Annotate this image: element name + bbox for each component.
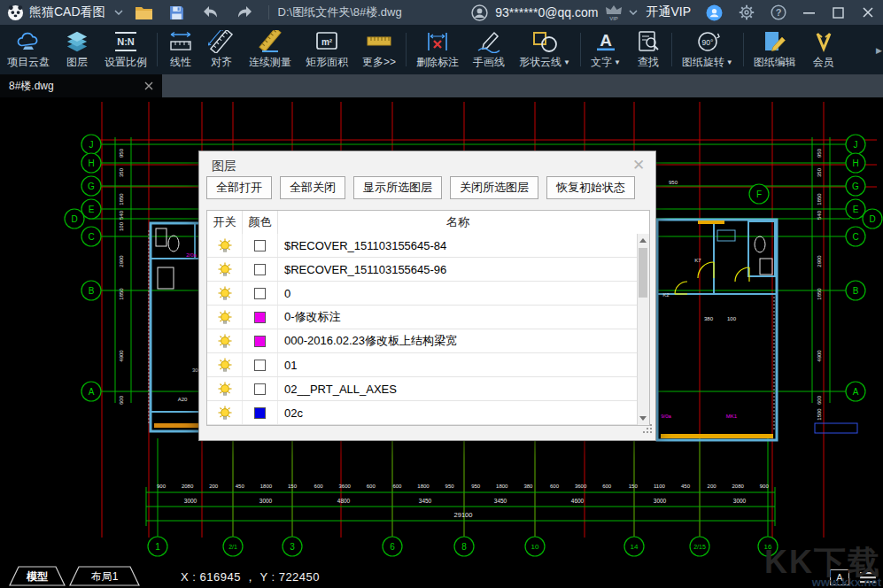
tab-close-icon[interactable]: [144, 81, 153, 90]
layer-on-bulb-icon[interactable]: [207, 282, 243, 305]
app-title: 熊猫CAD看图: [29, 4, 105, 20]
layer-row[interactable]: $RECOVER_151103155645-84: [207, 234, 638, 258]
layer-on-bulb-icon[interactable]: [207, 377, 243, 400]
layer-color-swatch[interactable]: [254, 264, 266, 275]
layer-color-swatch[interactable]: [254, 240, 266, 251]
text-style-icon[interactable]: A: [830, 569, 849, 585]
toolbar-item-rotate-drawing[interactable]: 90°图纸旋转▼: [675, 25, 740, 74]
space-tab-layout1[interactable]: 布局1: [69, 566, 140, 588]
layer-row[interactable]: 02__PRT_ALL_AXES: [207, 377, 638, 401]
toolbar-item-find[interactable]: 查找: [628, 25, 669, 74]
scroll-up-icon[interactable]: [638, 234, 648, 247]
layer-color-swatch[interactable]: [254, 336, 266, 347]
layer-on-bulb-icon[interactable]: [207, 306, 243, 329]
svg-text:150: 150: [629, 484, 639, 489]
help-icon[interactable]: ?: [763, 0, 794, 25]
space-tab-model[interactable]: 模型: [9, 566, 66, 588]
close-selected-button[interactable]: 关闭所选图层: [450, 176, 538, 199]
dialog-resize-grip[interactable]: [643, 422, 653, 437]
redo-icon[interactable]: [228, 0, 263, 25]
show-selected-button[interactable]: 显示所选图层: [353, 176, 442, 199]
dropdown-arrow-icon: ▼: [726, 58, 733, 66]
layer-row[interactable]: 000-2016.02.23修改板上结构梁宽: [207, 329, 638, 353]
toolbar-item-continuous-measure[interactable]: 连续测量: [242, 25, 298, 74]
toolbar-item-text-tool[interactable]: A文字▼: [584, 25, 628, 74]
layer-on-bulb-icon[interactable]: [207, 329, 243, 352]
toolbar-item-freehand-line[interactable]: 手画线: [466, 25, 512, 74]
toolbar-item-project-cloud-disk[interactable]: 项目云盘: [0, 25, 57, 74]
toolbar-item-set-scale[interactable]: N:N设置比例: [97, 25, 154, 74]
layer-color-swatch[interactable]: [254, 312, 266, 323]
toolbar-item-label: 连续测量: [249, 55, 291, 70]
toolbar-item-label: 手画线: [473, 55, 505, 70]
layer-on-bulb-icon[interactable]: [207, 234, 243, 257]
toolbar-item-label: 形状云线▼: [519, 55, 570, 70]
layer-color-swatch[interactable]: [254, 288, 266, 299]
svg-text:1100: 1100: [654, 484, 666, 489]
account-email[interactable]: 93******0@qq.com: [495, 5, 598, 19]
layer-row[interactable]: 02c: [207, 401, 638, 425]
toolbar-item-edit-drawing[interactable]: 图纸编辑: [747, 25, 803, 74]
svg-text:600: 600: [392, 484, 402, 489]
save-icon[interactable]: [161, 0, 192, 25]
menu-hamburger-icon[interactable]: [860, 571, 876, 584]
layer-color-swatch[interactable]: [254, 383, 266, 395]
layer-row[interactable]: 0-修改标注: [207, 306, 638, 329]
layer-on-bulb-icon[interactable]: [207, 353, 243, 376]
dropdown-arrow-icon: ▼: [614, 58, 621, 66]
settings-gear-icon[interactable]: [731, 0, 763, 25]
layer-row[interactable]: 0: [207, 282, 638, 306]
layer-color-swatch[interactable]: [254, 360, 266, 371]
scrollbar-thumb[interactable]: [639, 248, 647, 298]
layer-on-bulb-icon[interactable]: [207, 258, 243, 281]
toolbar-item-rect-area[interactable]: m²矩形面积: [298, 25, 355, 74]
svg-text:2080: 2080: [732, 484, 745, 489]
svg-text:600: 600: [817, 395, 822, 405]
toolbar-overflow-arrow[interactable]: ▶: [876, 46, 882, 55]
close-all-button[interactable]: 全部关闭: [280, 176, 345, 199]
maximize-button[interactable]: [824, 0, 853, 25]
status-bar: 模型布局1 X : 616945 ， Y : 722450 A: [0, 567, 883, 588]
layer-row[interactable]: 01: [207, 353, 638, 377]
open-vip-button[interactable]: 开通VIP: [646, 4, 691, 20]
layer-table-scrollbar[interactable]: [637, 234, 649, 425]
svg-text:VIP: VIP: [610, 16, 619, 21]
open-file-folder-icon[interactable]: [127, 0, 161, 25]
toolbar-item-member[interactable]: 会员: [803, 25, 844, 74]
dialog-close-icon[interactable]: ✕: [629, 155, 648, 174]
document-tab[interactable]: 8#楼.dwg: [0, 74, 162, 97]
toolbar-item-delete-annotation[interactable]: 删除标注: [409, 25, 466, 74]
svg-text:布局1: 布局1: [91, 570, 119, 583]
toolbar-separator: [157, 33, 158, 66]
svg-text:G: G: [88, 182, 95, 191]
account-chevron-icon[interactable]: [626, 0, 640, 25]
toolbar-item-linear-measure[interactable]: 线性: [160, 25, 201, 74]
layer-row[interactable]: $RECOVER_151103155645-96: [207, 258, 638, 282]
toolbar-item-shape-cloudline[interactable]: 形状云线▼: [512, 25, 577, 74]
svg-text:450: 450: [681, 484, 691, 489]
svg-text:1: 1: [155, 542, 160, 552]
minimize-button[interactable]: [794, 0, 824, 25]
svg-text:380: 380: [704, 316, 714, 321]
close-button[interactable]: [853, 0, 883, 25]
svg-text:K7: K7: [694, 258, 701, 263]
customer-service-icon[interactable]: [698, 0, 731, 25]
svg-text:2900: 2900: [119, 255, 124, 267]
layer-on-bulb-icon[interactable]: [207, 401, 243, 424]
user-avatar-icon[interactable]: [468, 0, 492, 25]
toolbar-item-aligned-measure[interactable]: 对齐: [201, 25, 242, 74]
toolbar-item-layers[interactable]: 图层: [57, 25, 97, 74]
svg-text:380: 380: [523, 484, 533, 489]
toolbar-item-label: 文字▼: [591, 55, 621, 70]
aligned-measure-icon: [208, 28, 235, 53]
svg-text:600: 600: [119, 395, 124, 405]
layer-color-swatch[interactable]: [254, 407, 266, 419]
open-all-button[interactable]: 全部打开: [206, 176, 272, 199]
app-menu-chevron-icon[interactable]: [111, 0, 127, 25]
restore-initial-button[interactable]: 恢复初始状态: [546, 176, 635, 199]
undo-icon[interactable]: [192, 0, 228, 25]
vip-crown-icon: VIP: [601, 0, 626, 25]
toolbar-item-more-tools[interactable]: 更多>>: [355, 25, 403, 74]
svg-text:3450: 3450: [494, 498, 507, 504]
svg-text:B: B: [89, 286, 95, 296]
